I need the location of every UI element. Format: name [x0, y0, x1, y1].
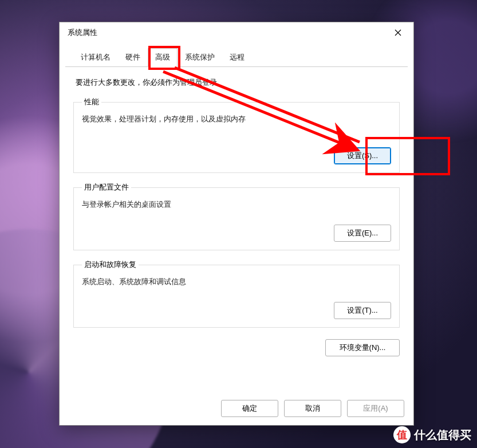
group-performance-desc: 视觉效果，处理器计划，内存使用，以及虚拟内存: [82, 114, 391, 124]
tab-advanced[interactable]: 高级: [148, 48, 178, 67]
tab-content-advanced: 要进行大多数更改，你必须作为管理员登录。 性能 视觉效果，处理器计划，内存使用，…: [60, 67, 413, 393]
group-performance-legend: 性能: [82, 97, 101, 107]
group-startup-recovery-desc: 系统启动、系统故障和调试信息: [82, 277, 391, 287]
admin-note: 要进行大多数更改，你必须作为管理员登录。: [76, 77, 397, 88]
close-button[interactable]: [385, 23, 411, 42]
tab-hardware[interactable]: 硬件: [118, 48, 148, 67]
watermark-text: 什么值得买: [414, 427, 471, 443]
group-startup-recovery-legend: 启动和故障恢复: [82, 260, 139, 270]
titlebar: 系统属性: [60, 22, 413, 43]
group-user-profile: 用户配置文件 与登录帐户相关的桌面设置 设置(E)...: [73, 182, 400, 250]
tab-system-protection[interactable]: 系统保护: [178, 48, 222, 67]
dialog-title: 系统属性: [68, 27, 385, 38]
environment-variables-button[interactable]: 环境变量(N)...: [325, 339, 400, 356]
cancel-button[interactable]: 取消: [284, 400, 341, 417]
group-startup-recovery: 启动和故障恢复 系统启动、系统故障和调试信息 设置(T)...: [73, 260, 400, 328]
ok-button[interactable]: 确定: [221, 400, 278, 417]
watermark-badge-icon: 值: [393, 426, 411, 443]
group-performance: 性能 视觉效果，处理器计划，内存使用，以及虚拟内存 设置(S)...: [73, 97, 400, 173]
apply-button[interactable]: 应用(A): [347, 400, 404, 417]
system-properties-dialog: 系统属性 计算机名 硬件 高级 系统保护 远程 要进行大多数更改，你必须作为管理…: [59, 22, 414, 426]
watermark: 值 什么值得买: [393, 426, 471, 443]
close-icon: [395, 29, 401, 36]
performance-settings-button[interactable]: 设置(S)...: [334, 147, 391, 164]
tab-strip: 计算机名 硬件 高级 系统保护 远程: [65, 43, 408, 67]
group-user-profile-desc: 与登录帐户相关的桌面设置: [82, 199, 391, 210]
user-profile-settings-button[interactable]: 设置(E)...: [334, 225, 391, 242]
dialog-footer: 确定 取消 应用(A): [60, 393, 413, 425]
tab-remote[interactable]: 远程: [222, 48, 252, 67]
group-user-profile-legend: 用户配置文件: [82, 182, 131, 192]
tab-computer-name[interactable]: 计算机名: [73, 48, 118, 67]
startup-recovery-settings-button[interactable]: 设置(T)...: [334, 302, 391, 319]
